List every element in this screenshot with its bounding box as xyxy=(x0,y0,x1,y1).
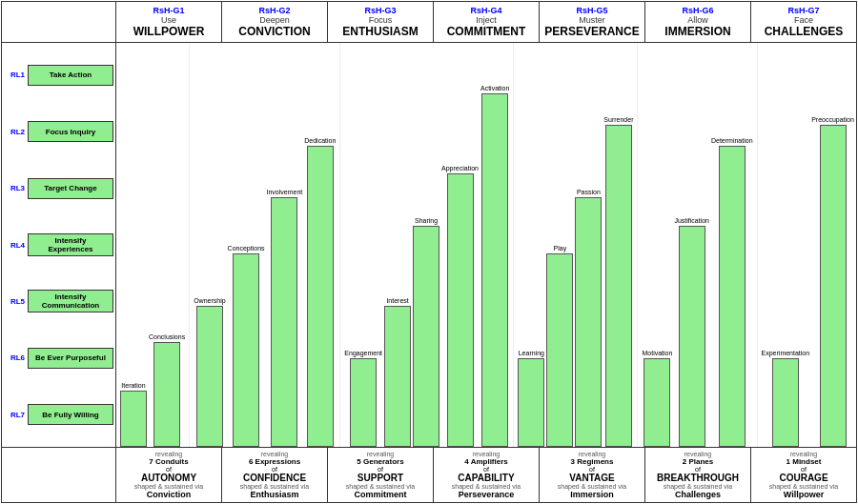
num: 5 xyxy=(357,457,363,466)
via-concept: Willpower xyxy=(753,490,854,499)
big-word: ENTHUSIASM xyxy=(330,25,431,38)
via-concept: Enthusiasm xyxy=(224,490,325,499)
num-type: 6 Expressions xyxy=(224,457,325,466)
num: 6 xyxy=(249,457,255,466)
rl-box: Intensify Experiences xyxy=(28,233,113,256)
bar-label: Preoccupation xyxy=(811,116,854,123)
bar xyxy=(271,197,297,447)
of-word: of xyxy=(541,466,643,473)
num-type: 4 Amplifiers xyxy=(436,457,537,466)
footer-col-0: revealing 7 Conduits of AUTONOMY shaped … xyxy=(116,448,222,502)
of-word: of xyxy=(224,466,325,473)
bar-container: EngagementInterestSharingAppreciationAct… xyxy=(344,45,509,447)
header-col-2: RsH-G3 Focus ENTHUSIASM xyxy=(328,2,434,42)
action-word: Face xyxy=(753,15,854,25)
rl-row-rl6: RL6 Be Ever Purposeful xyxy=(4,330,113,386)
bar xyxy=(679,226,705,447)
bar-label: Determination xyxy=(711,137,753,144)
bar-container: OwnershipConceptionsInvolvementDedicatio… xyxy=(194,45,336,447)
action-word: Deepen xyxy=(224,15,325,25)
bar xyxy=(413,226,439,447)
rl-row-rl1: RL1 Take Action xyxy=(4,47,113,103)
bar-label: Motivation xyxy=(642,350,672,356)
footer-row: revealing 7 Conduits of AUTONOMY shaped … xyxy=(2,447,856,502)
bar xyxy=(196,306,223,447)
bar-wrap-0-0: Iteration xyxy=(120,45,147,447)
bar xyxy=(350,358,377,447)
bar-container: IterationConclusions xyxy=(120,45,185,447)
bar-label: Surrender xyxy=(603,116,633,123)
of-word: of xyxy=(647,466,748,473)
bar-label: Ownership xyxy=(194,297,225,304)
concept: VANTAGE xyxy=(541,473,643,483)
bar xyxy=(605,125,632,447)
rl-label: RL1 xyxy=(4,71,25,79)
rl-row-rl4: RL4 Intensify Experiences xyxy=(4,216,113,272)
header-col-3: RsH-G4 Inject COMMITMENT xyxy=(434,2,540,42)
bar-label: Conclusions xyxy=(149,333,185,340)
revealing-text: revealing xyxy=(330,451,431,457)
big-word: PERSEVERANCE xyxy=(541,25,643,38)
bar-label: Conceptions xyxy=(228,245,265,252)
bar-wrap-2-2: Sharing xyxy=(413,45,439,447)
type: Planes xyxy=(688,457,713,466)
rl-label: RL2 xyxy=(4,128,25,136)
rsh-label: RsH-G2 xyxy=(224,6,325,15)
bar xyxy=(233,253,259,447)
rl-box: Target Change xyxy=(28,178,113,199)
rsh-label: RsH-G6 xyxy=(647,6,748,15)
bar-container: LearningPlayPassionSurrender xyxy=(518,45,633,447)
via-concept: Conviction xyxy=(118,490,219,499)
shaped-text: shaped & sustained via xyxy=(647,483,748,490)
bar-label: Activation xyxy=(480,85,509,91)
bar-wrap-1-2: Involvement xyxy=(267,45,303,447)
header-col-0: RsH-G1 Use WILLPOWER xyxy=(116,2,222,42)
rl-label: RL4 xyxy=(4,241,25,250)
bar-label: Passion xyxy=(577,189,601,195)
chart-col-4: MotivationJustificationDetermination xyxy=(638,43,757,447)
content-area: RL7 Be Fully Willing RL6 Be Ever Purpose… xyxy=(2,43,856,447)
bar xyxy=(120,391,147,447)
bar-wrap-4-0: Motivation xyxy=(642,45,672,447)
bar-label: Play xyxy=(554,245,567,252)
bar xyxy=(644,358,670,447)
header-col-5: RsH-G6 Allow IMMERSION xyxy=(645,2,751,42)
header-col-4: RsH-G5 Muster PERSEVERANCE xyxy=(540,2,645,42)
rl-box: Take Action xyxy=(28,65,113,86)
shaped-text: shaped & sustained via xyxy=(118,483,219,490)
via-concept: Immersion xyxy=(541,490,643,499)
big-word: IMMERSION xyxy=(647,25,748,38)
concept: COURAGE xyxy=(753,473,854,483)
bar xyxy=(820,125,847,447)
bar-label: Sharing xyxy=(415,217,438,224)
chart-col-5: ExperimentationPreoccupation xyxy=(758,43,856,447)
rl-label: RL5 xyxy=(4,297,25,306)
bar-label: Engagement xyxy=(344,350,382,356)
main-container: RsH-G1 Use WILLPOWER RsH-G2 Deepen CONVI… xyxy=(1,1,857,503)
of-word: of xyxy=(118,466,219,473)
bar-wrap-4-1: Justification xyxy=(674,45,709,447)
rl-label: RL6 xyxy=(4,353,25,362)
bar-label: Involvement xyxy=(267,189,303,195)
footer-col-6: revealing 1 Mindset of COURAGE shaped & … xyxy=(751,448,856,502)
revealing-text: revealing xyxy=(436,451,537,457)
footer-left-empty xyxy=(2,448,116,502)
footer-col-3: revealing 4 Amplifiers of CAPABILITY sha… xyxy=(434,448,540,502)
chart-col-0: IterationConclusions xyxy=(116,43,190,447)
shaped-text: shaped & sustained via xyxy=(753,483,854,490)
rsh-label: RsH-G5 xyxy=(541,6,643,15)
rl-row-rl7: RL7 Be Fully Willing xyxy=(4,387,113,443)
type: Conduits xyxy=(155,457,189,466)
bar xyxy=(384,306,411,447)
rl-box: Focus Inquiry xyxy=(28,121,113,142)
footer-col-4: revealing 3 Regimens of VANTAGE shaped &… xyxy=(540,448,645,502)
rl-box: Intensify Communication xyxy=(28,290,113,312)
header-left-empty xyxy=(2,2,116,42)
big-word: WILLPOWER xyxy=(118,25,219,38)
shaped-text: shaped & sustained via xyxy=(436,483,537,490)
bar-wrap-1-0: Ownership xyxy=(194,45,225,447)
revealing-text: revealing xyxy=(118,451,219,457)
num-type: 2 Planes xyxy=(647,457,748,466)
revealing-text: revealing xyxy=(541,451,643,457)
footer-col-5: revealing 2 Planes of BREAKTHROUGH shape… xyxy=(645,448,751,502)
